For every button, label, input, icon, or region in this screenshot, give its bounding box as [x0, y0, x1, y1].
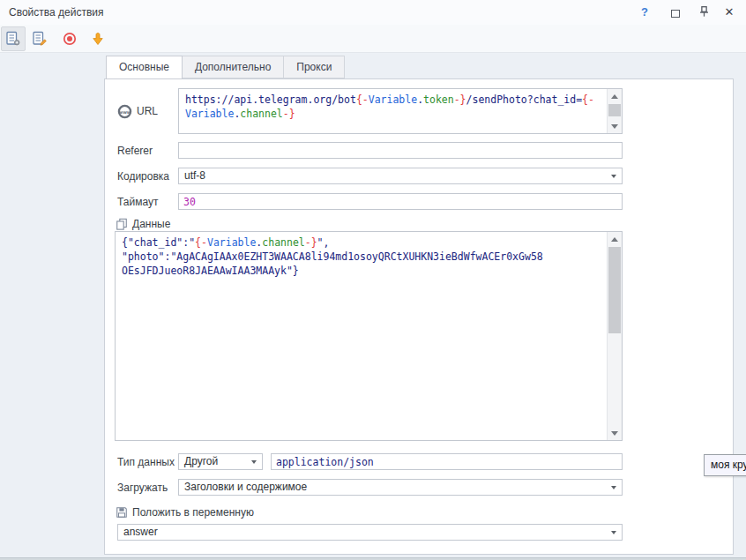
close-icon: ✕ — [725, 5, 735, 19]
tab-main[interactable]: Основные — [106, 56, 183, 79]
encoding-value: utf-8 — [184, 169, 205, 182]
store-variable-value: answer — [123, 526, 158, 538]
pin-icon — [698, 5, 711, 19]
url-value: https://api.telegram.org/bot{-Variable.t… — [185, 93, 604, 131]
data-label: Данные — [132, 216, 170, 232]
tab-proxy[interactable]: Прокси — [284, 56, 345, 78]
tab-additional[interactable]: Дополнительно — [183, 56, 284, 78]
chevron-down-icon — [251, 460, 257, 464]
action-settings-button[interactable] — [1, 26, 26, 51]
load-select[interactable]: Заголовки и содержимое — [178, 479, 623, 496]
record-button[interactable] — [57, 26, 82, 51]
url-label-group: www URL — [117, 103, 158, 119]
referer-label: Referer — [117, 143, 153, 159]
chevron-down-icon — [611, 486, 616, 489]
download-arrow-icon — [90, 31, 106, 47]
help-icon: ? — [641, 5, 648, 19]
maximize-icon — [671, 10, 680, 18]
close-button[interactable]: ✕ — [721, 5, 737, 19]
scroll-up-icon[interactable] — [608, 232, 622, 246]
titlebar: Свойства действия ? ✕ — [0, 0, 746, 25]
properties-body: Основные Дополнительно Прокси www URL ht… — [0, 53, 746, 557]
encoding-select[interactable]: utf-8 — [178, 168, 623, 184]
help-button[interactable]: ? — [637, 5, 653, 19]
load-label: Загружать — [117, 480, 168, 496]
record-icon — [62, 31, 78, 47]
data-type-label: Тип данных — [117, 454, 175, 470]
scroll-up-icon[interactable] — [608, 89, 622, 103]
encoding-label: Кодировка — [117, 168, 169, 184]
data-scrollbar[interactable] — [607, 232, 622, 440]
svg-text:www: www — [118, 108, 131, 114]
toolbar — [0, 25, 746, 53]
scrollbar-thumb[interactable] — [608, 104, 621, 116]
tab-strip: Основные Дополнительно Прокси — [106, 56, 345, 79]
save-icon — [116, 506, 128, 519]
data-type-value: Другой — [184, 455, 218, 467]
referer-input[interactable] — [178, 142, 623, 159]
data-input[interactable]: {"chat_id":"{-Variable.channel-}", "phot… — [115, 231, 623, 441]
chevron-down-icon — [611, 531, 616, 534]
timeout-label: Таймаут — [117, 194, 158, 210]
scroll-down-icon[interactable] — [608, 119, 622, 133]
action-edit-icon — [32, 31, 48, 47]
store-variable-label-group: Положить в переменную — [116, 504, 254, 520]
tooltip-text: моя крут — [711, 459, 746, 471]
data-value: {"chat_id":"{-Variable.channel-}", "phot… — [122, 235, 604, 438]
timeout-input[interactable] — [178, 193, 623, 210]
chevron-down-icon — [611, 175, 616, 178]
load-value: Заголовки и содержимое — [184, 481, 307, 493]
download-arrow-button[interactable] — [86, 26, 110, 51]
copy-pages-icon — [116, 218, 128, 230]
scroll-down-icon[interactable] — [608, 426, 622, 440]
scrollbar-thumb[interactable] — [608, 247, 621, 333]
pin-button[interactable] — [696, 5, 712, 19]
store-variable-label: Положить в переменную — [132, 504, 254, 520]
action-edit-button[interactable] — [27, 26, 52, 51]
url-scrollbar[interactable] — [607, 89, 622, 133]
url-label: URL — [137, 103, 158, 119]
data-label-group: Данные — [116, 216, 170, 232]
tooltip: моя крут — [704, 454, 746, 476]
url-input[interactable]: https://api.telegram.org/bot{-Variable.t… — [178, 88, 623, 134]
action-settings-icon — [5, 31, 21, 47]
maximize-button[interactable] — [668, 5, 683, 19]
data-type-select[interactable]: Другой — [178, 453, 263, 470]
window-title: Свойства действия — [9, 0, 103, 25]
content-type-input[interactable] — [271, 453, 623, 470]
globe-www-icon: www — [117, 104, 132, 119]
store-variable-select[interactable]: answer — [117, 524, 623, 541]
